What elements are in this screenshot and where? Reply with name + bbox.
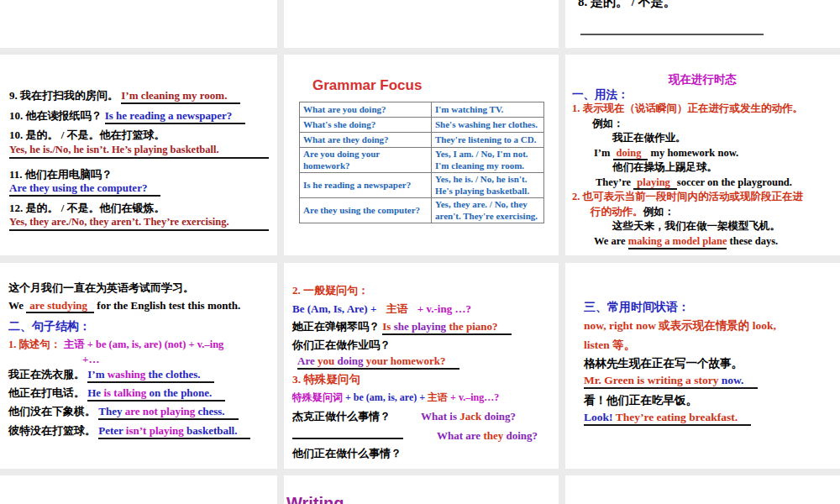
section-heading-wh: 3. 特殊疑问句	[292, 373, 554, 387]
example-en: They’re playingsoccer on the playground.	[572, 176, 833, 191]
text-segment: 1. 陈述句：	[8, 339, 61, 350]
answer-cell: They're listening to a CD.	[432, 133, 544, 148]
section-heading: 二、句子结构：	[8, 320, 270, 333]
text-segment: We	[8, 299, 24, 312]
example-zh: 我正在做作业。	[572, 131, 833, 146]
fill-in-word: playing	[633, 176, 677, 190]
example-line: 彼特没在打篮球。 Peter isn’t playing basketball.	[8, 424, 270, 438]
practice-line-10a-en: Yes, he is./No, he isn’t. He’s playing b…	[9, 143, 269, 159]
slide-usage-rules[interactable]: 现在进行时态 一、用法： 1. 表示现在（说话瞬间）正在进行或发生的动作。 例如…	[565, 55, 840, 255]
text-segment: 主语 + be (am, is, are) (not) + v.–ing	[64, 339, 224, 350]
zh-text: 10. 他在读报纸吗？	[9, 109, 102, 122]
practice-line-10a-zh: 10. 是的。 / 不是。他在打篮球。	[9, 129, 269, 142]
slide-question-forms[interactable]: 2. 一般疑问句： Be (Am, Is, Are) + 主语 + v.-ing…	[284, 263, 559, 469]
answer-text: I’m cleaning my room.	[121, 89, 240, 104]
answer-text: Is she playing the piano?	[382, 320, 511, 335]
text-segment: these days.	[730, 235, 779, 247]
text-segment: are not playing	[125, 405, 198, 417]
text-segment: They	[98, 405, 124, 417]
example-line: 我正在洗衣服。 I’m washing the clothes.	[8, 368, 270, 381]
slide-practice-sentences[interactable]: 9. 我在打扫我的房间。 I’m cleaning my room. 10. 他…	[0, 55, 277, 255]
example-zh: 你们正在做作业吗？	[292, 339, 554, 353]
text-segment: Jack	[459, 410, 484, 423]
slide-thumb-r4c2[interactable]: Writing	[284, 475, 559, 504]
slide-grammar-focus[interactable]: Grammar Focus What are you doing? I'm wa…	[284, 55, 559, 255]
slide-thumb-r1c2[interactable]	[284, 0, 559, 48]
slide-sentence-structure[interactable]: 这个月我们一直在为英语考试而学习。 We are studying for th…	[0, 263, 277, 469]
text-segment: I’m	[594, 147, 610, 159]
text-segment: 主语	[428, 391, 448, 403]
answer-text: Are they using the computer?	[9, 181, 160, 197]
text-segment: Is	[382, 320, 393, 333]
grammar-focus-title: Grammar Focus	[312, 77, 547, 94]
zh-text: 9. 我在打扫我的房间。	[9, 89, 118, 102]
pattern-statement: 1. 陈述句： 主语 + be (am, is, are) (not) + v.…	[8, 338, 270, 351]
text-segment: doing?	[506, 429, 538, 442]
practice-line-10q: 10. 他在读报纸吗？ Is he reading a newspaper?	[9, 109, 269, 123]
intro-zh: 这个月我们一直在为英语考试而学习。	[8, 281, 270, 295]
answer-text: Are you doing your homework?	[297, 354, 459, 370]
slide-thumb-r1c1[interactable]	[0, 0, 277, 48]
example-en: Are you doing your homework?	[292, 354, 554, 369]
section-heading: 三、常用时间状语：	[584, 301, 832, 314]
answer-text: Peter isn’t playing basketball.	[98, 424, 250, 439]
zh-text: 彼特没在打篮球。	[8, 424, 96, 437]
text-segment: washing	[108, 368, 149, 381]
section-heading: 一、用法：	[572, 87, 833, 102]
practice-line-11-zh: 11. 他们在用电脑吗？	[9, 168, 269, 181]
blank-answer-line	[580, 34, 764, 35]
slide-thumb-r4c3[interactable]	[565, 475, 840, 504]
zh-text: 杰克正做什么事情？	[292, 410, 391, 423]
grammar-focus-table: What are you doing? I'm watching TV. Wha…	[299, 102, 544, 223]
text-segment: They’re eating breakfast.	[613, 411, 738, 423]
example-line: 她正在弹钢琴吗？ Is she playing the piano?	[292, 320, 554, 334]
text-segment: the piano?	[449, 320, 497, 333]
table-row: Are they using the computer? Yes, they a…	[300, 198, 544, 223]
pattern-wh: 特殊疑问词 + be (am, is, are) + 主语 + v.–ing…?	[292, 391, 554, 405]
usage-point-2: 2. 也可表示当前一段时间内的活动或现阶段正在进	[572, 190, 833, 205]
answer-cell: She's washing her clothes.	[432, 118, 544, 133]
answer-text: Mr. Green is writing a story now.	[584, 374, 758, 389]
example-line: 他们没在下象棋。 They are not playing chess.	[8, 405, 270, 418]
example-zh: 格林先生现在正在写一个故事。	[584, 357, 832, 370]
example-en: Look! They’re eating breakfast.	[584, 411, 832, 424]
text-segment: doing	[337, 354, 365, 367]
partial-answer-text: 8. 是的。 / 不是。	[578, 0, 676, 10]
slide-thumb-r4c1[interactable]	[0, 475, 277, 504]
slide-time-adverbials[interactable]: 三、常用时间状语： now, right now 或表示现在情景的 look, …	[565, 263, 840, 469]
example-line: 他正在打电话。 He is talking on the phone.	[8, 386, 270, 400]
text-segment: They’re	[596, 176, 631, 188]
section-heading-yesno: 2. 一般疑问句：	[292, 284, 554, 298]
text-segment: the clothes.	[149, 368, 201, 381]
text-segment: she playing	[394, 320, 449, 333]
table-row: What's she doing? She's washing her clot…	[300, 118, 544, 133]
text-segment: chess.	[197, 405, 224, 417]
practice-line-12-zh: 12. 是的。 / 不是。他们在锻炼。	[9, 202, 269, 215]
text-segment: + v.-ing …?	[417, 302, 471, 315]
example-zh: 他们正在做什么事情？	[292, 447, 554, 461]
text-segment: 行的动作。	[591, 206, 643, 218]
text-segment: 特殊疑问词	[292, 391, 343, 403]
usage-point-1: 1. 表示现在（说话瞬间）正在进行或发生的动作。	[572, 102, 833, 117]
practice-line-11-en: Are they using the computer?	[9, 181, 269, 195]
pattern-cont: +…	[8, 353, 270, 366]
example-zh: 他们在操场上踢足球。	[572, 160, 833, 176]
pattern-yesno: Be (Am, Is, Are) + 主语 + v.-ing …?	[292, 302, 554, 317]
table-row: What are they doing? They're listening t…	[300, 133, 544, 148]
text-segment: 例如：	[643, 206, 675, 218]
grammar-focus-content: Grammar Focus What are you doing? I'm wa…	[284, 55, 559, 223]
answer-text: Look! They’re eating breakfast.	[584, 411, 751, 426]
text-segment: isn’t playing	[126, 424, 186, 437]
adverbials-content: 三、常用时间状语： now, right now 或表示现在情景的 look, …	[565, 263, 840, 424]
partial-heading-text: Writing	[286, 494, 559, 504]
answer-text: He is talking on the phone.	[87, 386, 225, 402]
answer-text: I’m washing the clothes.	[87, 368, 213, 383]
fill-in-phrase: are studying	[26, 299, 94, 313]
slide-thumb-r1c3[interactable]: 8. 是的。 / 不是。	[565, 0, 840, 48]
text-segment: soccer on the playground.	[677, 176, 792, 188]
example-en: Mr. Green is writing a story now.	[584, 374, 832, 387]
text-segment: Be (Am, Is, Are) +	[292, 302, 376, 315]
text-segment: now.	[722, 374, 744, 386]
slide-title: 现在进行时态	[572, 72, 833, 87]
answer-text: Yes, he is./No, he isn’t. He’s playing b…	[9, 143, 269, 159]
